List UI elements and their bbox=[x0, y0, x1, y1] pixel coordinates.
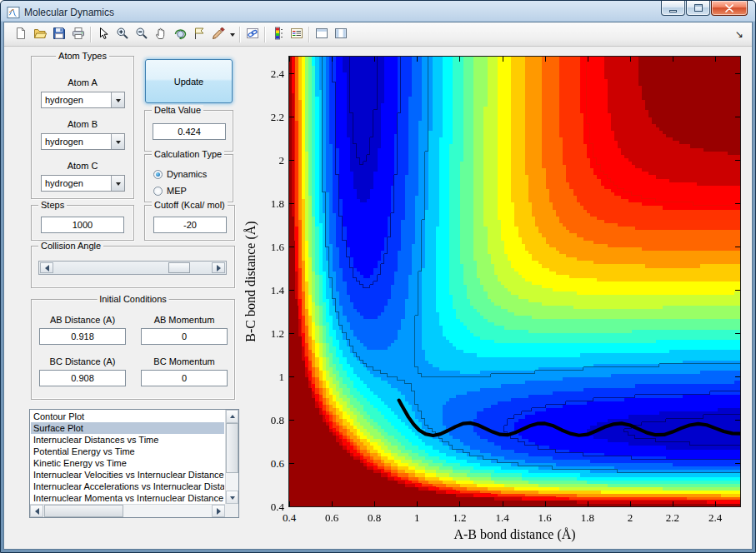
y-tick-label: 1 bbox=[249, 371, 284, 384]
brush-dropdown-button[interactable] bbox=[228, 25, 237, 43]
minimize-button[interactable] bbox=[661, 1, 685, 16]
atom-a-dropdown[interactable]: hydrogen bbox=[41, 92, 125, 108]
vertical-scrollbar[interactable] bbox=[225, 410, 238, 504]
panel-title: Calculation Type bbox=[152, 149, 224, 160]
brush-button[interactable] bbox=[208, 25, 228, 43]
show-plot-tools-button[interactable] bbox=[331, 25, 350, 43]
horizontal-scrollbar[interactable] bbox=[30, 504, 225, 517]
up-arrow-icon bbox=[230, 412, 235, 418]
left-arrow-icon bbox=[32, 508, 39, 515]
dropdown-arrow-button[interactable] bbox=[111, 134, 124, 149]
list-item[interactable]: Internuclear Distances vs Time bbox=[31, 434, 224, 446]
atom-a-label: Atom A bbox=[32, 77, 133, 87]
list-item[interactable]: Surface Plot bbox=[31, 422, 224, 434]
scroll-up-button[interactable] bbox=[226, 410, 238, 423]
dropdown-arrow-button[interactable] bbox=[111, 176, 124, 191]
insert-colorbar-icon bbox=[271, 27, 284, 42]
zoom-in-icon bbox=[116, 27, 129, 42]
bc-momentum-field[interactable]: 0 bbox=[141, 370, 228, 386]
slider-left-arrow-button[interactable] bbox=[40, 262, 53, 273]
horizontal-scroll-thumb[interactable] bbox=[44, 505, 123, 517]
dropdown-selected-value: hydrogen bbox=[42, 134, 111, 149]
rotate-3d-button[interactable] bbox=[170, 25, 189, 43]
toolbar-separator bbox=[308, 27, 309, 42]
x-tick-label: 0.6 bbox=[315, 511, 348, 525]
scroll-down-button[interactable] bbox=[226, 491, 238, 504]
print-button[interactable] bbox=[68, 25, 88, 43]
collision-angle-slider[interactable] bbox=[38, 261, 227, 275]
x-axis-label: A-B bond distance (Å) bbox=[289, 527, 740, 542]
save-icon bbox=[53, 27, 66, 42]
x-tick-label: 2.4 bbox=[698, 511, 732, 525]
list-item[interactable]: Internuclear Accelerations vs Internucle… bbox=[31, 481, 224, 492]
data-cursor-icon bbox=[193, 27, 206, 42]
maximize-icon bbox=[694, 4, 703, 12]
dropdown-arrow-button[interactable] bbox=[111, 92, 124, 107]
ab-momentum-field[interactable]: 0 bbox=[141, 328, 228, 345]
dock-figure-icon[interactable]: ↘ bbox=[735, 28, 745, 40]
data-cursor-button[interactable] bbox=[189, 25, 208, 43]
bc-distance-a-label: BC Distance (A) bbox=[33, 356, 133, 366]
atom-b-dropdown[interactable]: hydrogen bbox=[41, 133, 125, 150]
hide-plot-tools-button[interactable] bbox=[312, 25, 331, 43]
zoom-out-icon bbox=[135, 27, 148, 42]
atom-c-dropdown[interactable]: hydrogen bbox=[41, 175, 125, 192]
y-tick-label: 0.6 bbox=[249, 457, 284, 471]
new-document-button[interactable] bbox=[11, 25, 30, 43]
x-tick-label: 2.2 bbox=[656, 511, 689, 525]
ab-distance-a-field[interactable]: 0.918 bbox=[39, 328, 126, 345]
cutoff-field[interactable]: -20 bbox=[153, 217, 227, 233]
toolbar-separator bbox=[90, 27, 91, 42]
scroll-right-button[interactable] bbox=[212, 505, 225, 517]
chevron-down-icon bbox=[116, 182, 121, 188]
list-item[interactable]: Contour Plot bbox=[31, 411, 224, 422]
potential-energy-surface-canvas[interactable] bbox=[289, 57, 740, 506]
pointer-button[interactable] bbox=[93, 25, 113, 43]
zoom-in-button[interactable] bbox=[113, 25, 132, 43]
radio-mep[interactable]: MEP bbox=[153, 185, 187, 197]
down-arrow-icon bbox=[230, 496, 235, 502]
scroll-left-button[interactable] bbox=[30, 505, 43, 517]
steps-field[interactable]: 1000 bbox=[41, 217, 124, 233]
radio-label: Dynamics bbox=[167, 169, 207, 179]
chevron-down-icon bbox=[230, 33, 235, 39]
app-window: Molecular Dynamics ↘ Atom Types Atom Ahy… bbox=[0, 0, 756, 553]
minimize-icon bbox=[669, 10, 677, 12]
insert-legend-button[interactable] bbox=[287, 25, 306, 43]
insert-colorbar-button[interactable] bbox=[268, 25, 287, 43]
slider-right-arrow-button[interactable] bbox=[212, 262, 225, 273]
initial-conditions-panel: Initial Conditions AB Distance (A)0.918A… bbox=[31, 299, 235, 400]
radio-dynamics[interactable]: Dynamics bbox=[153, 168, 207, 180]
pan-button[interactable] bbox=[151, 25, 170, 43]
slider-thumb[interactable] bbox=[168, 262, 190, 273]
panel-title: Steps bbox=[38, 200, 67, 211]
new-document-icon bbox=[14, 27, 28, 42]
window-title: Molecular Dynamics bbox=[24, 7, 114, 18]
titlebar[interactable]: Molecular Dynamics bbox=[3, 1, 753, 22]
list-item[interactable]: Internuclear Velocities vs Internuclear … bbox=[31, 469, 224, 481]
link-plots-button[interactable] bbox=[243, 25, 262, 43]
delta-value-field[interactable]: 0.424 bbox=[153, 123, 226, 140]
save-button[interactable] bbox=[49, 25, 68, 43]
list-item[interactable]: Internuclear Momenta vs Internuclear Dis… bbox=[31, 492, 224, 503]
list-item[interactable]: Potential Energy vs Time bbox=[31, 446, 224, 457]
bc-distance-a-field[interactable]: 0.908 bbox=[39, 370, 126, 386]
radio-circle-icon bbox=[153, 170, 163, 179]
figure-client-area: Atom Types Atom AhydrogenAtom BhydrogenA… bbox=[4, 47, 752, 549]
rotate-3d-icon bbox=[173, 27, 187, 42]
figure-body: ↘ Atom Types Atom AhydrogenAtom Bhydroge… bbox=[3, 22, 753, 550]
zoom-out-button[interactable] bbox=[132, 25, 151, 43]
maximize-button[interactable] bbox=[686, 1, 710, 16]
update-button[interactable]: Update bbox=[145, 59, 233, 103]
plot-type-listbox[interactable]: Contour PlotSurface PlotInternuclear Dis… bbox=[29, 409, 239, 518]
list-item[interactable]: Kinetic Energy vs Time bbox=[31, 457, 224, 469]
open-folder-button[interactable] bbox=[30, 25, 49, 43]
pan-icon bbox=[154, 27, 168, 42]
left-arrow-icon bbox=[42, 265, 49, 272]
panel-title: Atom Types bbox=[56, 51, 109, 62]
toolbar-separator bbox=[264, 27, 265, 42]
y-tick-label: 0.8 bbox=[249, 414, 284, 427]
close-button[interactable] bbox=[711, 1, 748, 16]
vertical-scroll-thumb[interactable] bbox=[226, 423, 238, 473]
collision-angle-panel: Collision Angle bbox=[31, 246, 235, 288]
